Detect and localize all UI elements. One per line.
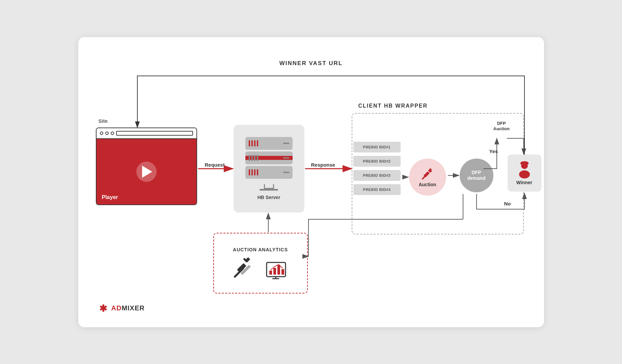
srv-line — [251, 169, 253, 175]
dfp-auction-label: DFPAuction — [493, 121, 510, 132]
server-base — [260, 189, 278, 191]
site-label: Site — [99, 118, 108, 124]
play-triangle-icon — [142, 166, 152, 178]
player-titlebar — [97, 128, 196, 139]
admixer-text: ADMIXER — [111, 304, 145, 312]
winner-vast-url-label: WINNER VAST URL — [279, 60, 343, 67]
winner-label: Winner — [516, 180, 532, 185]
title-dot-3 — [111, 132, 114, 135]
srv-line — [249, 140, 250, 146]
server-lines-1 — [249, 140, 258, 146]
svg-rect-18 — [277, 265, 280, 275]
server-lines-3 — [249, 169, 258, 175]
prebid-bids-container: PREBID BID#1 PREBID BID#2 PREBID BID#3 P… — [353, 142, 401, 195]
analytics-chart-icon — [264, 256, 288, 279]
server-unit-2 — [245, 151, 293, 164]
prebid-bid-1: PREBID BID#1 — [353, 142, 401, 152]
hb-server-label: HB Server — [258, 195, 280, 200]
response-label: Response — [311, 162, 335, 168]
client-hb-wrapper-label: CLIENT HB WRAPPER — [358, 103, 428, 109]
analytics-gavel-icon — [234, 256, 257, 279]
srv-line — [249, 155, 250, 161]
auction-analytics-box: AUCTION ANALYTICS — [213, 233, 308, 293]
auction-circle: Auction — [409, 159, 446, 196]
srv-dash-1 — [283, 143, 289, 144]
svg-rect-16 — [269, 271, 272, 275]
admixer-star-icon: ✱ — [99, 303, 109, 314]
no-label: No — [504, 201, 511, 206]
svg-point-5 — [519, 170, 530, 178]
title-dot-1 — [100, 132, 103, 135]
server-unit-1 — [245, 137, 293, 150]
prebid-bid-2: PREBID BID#2 — [353, 156, 401, 167]
prebid-bid-4: PREBID BID#4 — [353, 184, 401, 195]
srv-line — [254, 155, 255, 161]
gavel-icon — [421, 167, 434, 180]
srv-line — [251, 140, 253, 146]
srv-dash-3 — [283, 172, 289, 173]
srv-line — [249, 169, 250, 175]
analytics-title: AUCTION ANALYTICS — [233, 247, 288, 252]
player-box: Player — [96, 128, 197, 205]
hb-server-box: HB Server — [234, 125, 304, 213]
srv-line — [254, 140, 255, 146]
svg-rect-19 — [281, 269, 284, 275]
srv-line — [254, 169, 255, 175]
srv-dash-2 — [283, 157, 289, 159]
server-unit-3 — [245, 166, 293, 179]
srv-line — [257, 155, 258, 161]
player-label: Player — [102, 194, 118, 200]
prebid-bid-3: PREBID BID#3 — [353, 170, 401, 181]
auction-label: Auction — [418, 182, 436, 187]
request-label: Request — [205, 162, 225, 168]
svg-rect-7 — [520, 163, 529, 164]
dfp-demand-circle: DFPdemand — [460, 159, 493, 192]
main-card: WINNER VAST URL CLIENT HB WRAPPER Site P… — [78, 37, 544, 327]
play-button[interactable] — [136, 162, 157, 182]
winner-person-icon — [516, 161, 533, 178]
analytics-icons — [234, 256, 288, 279]
svg-rect-17 — [273, 268, 276, 275]
player-content: Player — [97, 139, 196, 204]
title-bar-url — [116, 131, 193, 136]
svg-text:✱: ✱ — [99, 303, 107, 314]
server-lines-2 — [249, 155, 258, 161]
server-stand-top — [264, 184, 274, 189]
winner-box: Winner — [508, 155, 541, 192]
server-stack — [245, 137, 293, 179]
dfp-demand-label: DFPdemand — [467, 170, 486, 181]
admixer-logo: ✱ ADMIXER — [99, 303, 145, 314]
title-dot-2 — [105, 132, 109, 135]
yes-label: Yes — [489, 148, 498, 154]
srv-line — [251, 155, 253, 161]
srv-line — [257, 169, 258, 175]
srv-line — [257, 140, 258, 146]
